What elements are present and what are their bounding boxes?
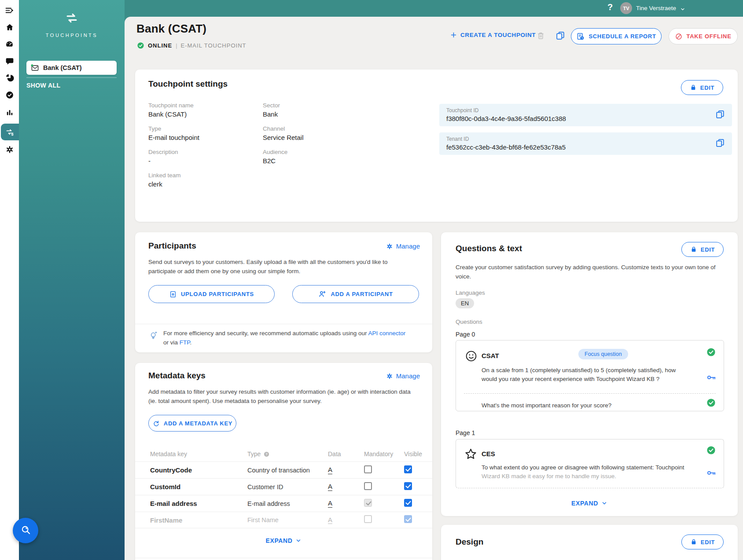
touchpoint-id-value: f380f80c-0da3-4c4e-9a36-5fad5601c388: [446, 115, 725, 122]
refresh-loop-icon: [152, 420, 160, 427]
questions-edit-button[interactable]: EDIT: [681, 242, 724, 257]
tenant-id-value: fe5362cc-c3eb-43de-bf68-fe62e53c78a5: [446, 143, 725, 151]
delete-icon[interactable]: [536, 31, 545, 42]
email-touchpoint-icon: [31, 64, 39, 72]
create-touchpoint-button[interactable]: CREATE A TOUCHPOINT: [447, 31, 538, 39]
participants-divider: [135, 324, 432, 324]
search-icon: [20, 524, 32, 538]
participants-card-title: Participants: [148, 241, 196, 251]
language-chip: EN: [456, 298, 474, 308]
metadata-card-title: Metadata keys: [148, 371, 206, 381]
copy-touchpoint-id-icon[interactable]: [715, 110, 725, 121]
status-separator: |: [176, 42, 177, 49]
question-active-check-icon: [706, 347, 716, 359]
mandatory-checkbox: [364, 515, 372, 523]
star-icon: [464, 447, 478, 463]
take-offline-button[interactable]: TAKE OFFLINE: [669, 28, 738, 44]
visible-checkbox[interactable]: [404, 482, 412, 490]
data-format-toggle[interactable]: A: [328, 500, 332, 508]
lock-icon: [690, 246, 697, 253]
chevron-down-icon[interactable]: [680, 6, 685, 14]
avatar[interactable]: TV: [620, 2, 632, 14]
online-check-icon: [137, 42, 144, 49]
pie-chart-icon[interactable]: [0, 70, 19, 86]
user-name[interactable]: Tine Verstraete: [636, 5, 676, 11]
data-format-toggle[interactable]: A: [328, 483, 332, 491]
participants-tip: For more efficiency and security, we rec…: [163, 329, 410, 348]
mandatory-checkbox: [364, 499, 372, 507]
question-type: CES: [482, 450, 495, 458]
help-circle-icon[interactable]: ?: [263, 451, 270, 458]
participants-description: Send out surveys to your customers. Easi…: [148, 258, 412, 276]
settings-edit-button[interactable]: EDIT: [681, 80, 723, 95]
sidebar-item-bank-csat[interactable]: Bank (CSAT): [26, 61, 117, 75]
bar-chart-icon[interactable]: [0, 105, 19, 121]
table-row-firstname: FirstName First Name A: [135, 512, 432, 528]
ces-question-box[interactable]: CES To what extent do you agree or disag…: [456, 439, 724, 488]
ftp-link[interactable]: FTP: [180, 339, 190, 346]
offline-slash-icon: [675, 33, 683, 40]
svg-text:?: ?: [266, 452, 268, 456]
product-name: TOUCHPOINTS: [19, 33, 125, 38]
mandatory-checkbox[interactable]: [364, 482, 372, 490]
tenant-id-box: Tenant ID fe5362cc-c3eb-43de-bf68-fe62e5…: [439, 132, 732, 155]
api-connector-link[interactable]: API connector: [368, 330, 405, 337]
show-all-link[interactable]: SHOW ALL: [26, 82, 60, 89]
chat-icon[interactable]: [0, 53, 19, 69]
search-fab[interactable]: [13, 518, 38, 543]
plus-icon: [450, 31, 457, 39]
data-format-toggle[interactable]: A: [328, 466, 332, 474]
questions-label: Questions: [456, 318, 482, 325]
visible-checkbox[interactable]: [404, 465, 412, 473]
metadata-expand-link[interactable]: EXPAND: [135, 537, 432, 544]
metadata-description: Add metadata to filter your survey resul…: [148, 388, 415, 406]
smiley-icon: [465, 350, 478, 364]
check-circle-icon[interactable]: [0, 87, 19, 103]
question-active-check-icon: [706, 445, 716, 457]
metadata-manage-link[interactable]: Manage: [386, 372, 420, 380]
questions-description: Create your customer satisfaction survey…: [456, 263, 720, 282]
languages-label: Languages: [456, 289, 485, 296]
csat-question-box[interactable]: CSAT Focus question On a scale from 1 (c…: [456, 340, 724, 411]
field-touchpoint-name: Touchpoint name Bank (CSAT): [148, 102, 258, 118]
duplicate-icon[interactable]: [555, 31, 565, 42]
field-type: Type E-mail touchpoint: [148, 125, 258, 141]
home-icon[interactable]: [0, 19, 19, 35]
lock-icon: [690, 538, 697, 545]
add-participant-button[interactable]: ADD A PARTICIPANT: [292, 285, 419, 303]
table-row-customid: CustomId Customer ID A: [135, 478, 432, 495]
gear-icon: [386, 243, 393, 250]
lightbulb-icon: [149, 331, 159, 342]
page-1-label: Page 1: [456, 429, 475, 436]
upload-participants-button[interactable]: UPLOAD PARTICIPANTS: [148, 285, 275, 303]
field-linked-team: Linked team clerk: [148, 172, 258, 188]
chevron-down-icon: [295, 538, 302, 544]
question-active-check-icon: [706, 398, 716, 410]
help-icon[interactable]: ?: [607, 2, 613, 12]
question-type: CSAT: [482, 352, 499, 359]
questions-expand-link[interactable]: EXPAND: [441, 500, 738, 507]
sidebar-item-label: Bank (CSAT): [43, 64, 82, 71]
gear-icon[interactable]: [0, 142, 19, 157]
menu-expand-icon[interactable]: [0, 3, 19, 18]
person-add-icon: [318, 290, 327, 298]
touchpoints-icon[interactable]: [1, 124, 19, 140]
add-metadata-key-button[interactable]: ADD A METADATA KEY: [148, 415, 236, 432]
field-description: Description -: [148, 149, 258, 165]
table-row-countrycode: CountryCode Country of transaction A: [135, 461, 432, 478]
schedule-report-button[interactable]: SCHEDULE A REPORT: [571, 28, 662, 44]
field-channel: Channel Service Retail: [263, 125, 373, 141]
visible-checkbox[interactable]: [404, 499, 412, 507]
design-edit-button[interactable]: EDIT: [681, 534, 724, 549]
copy-tenant-id-icon[interactable]: [715, 138, 725, 150]
report-schedule-icon: [576, 32, 585, 41]
csat-followup-text: What's the most important reason for you…: [482, 401, 686, 410]
ces-question-text: To what extent do you agree or disagree …: [482, 463, 686, 481]
field-sector: Sector Bank: [263, 102, 373, 118]
dashboard-icon[interactable]: [0, 36, 19, 52]
mandatory-checkbox[interactable]: [364, 465, 372, 473]
upload-file-icon: [169, 290, 177, 298]
participants-manage-link[interactable]: Manage: [386, 242, 420, 250]
data-format-toggle: A: [328, 516, 332, 524]
participants-card: Participants Manage Send out surveys to …: [135, 232, 432, 352]
